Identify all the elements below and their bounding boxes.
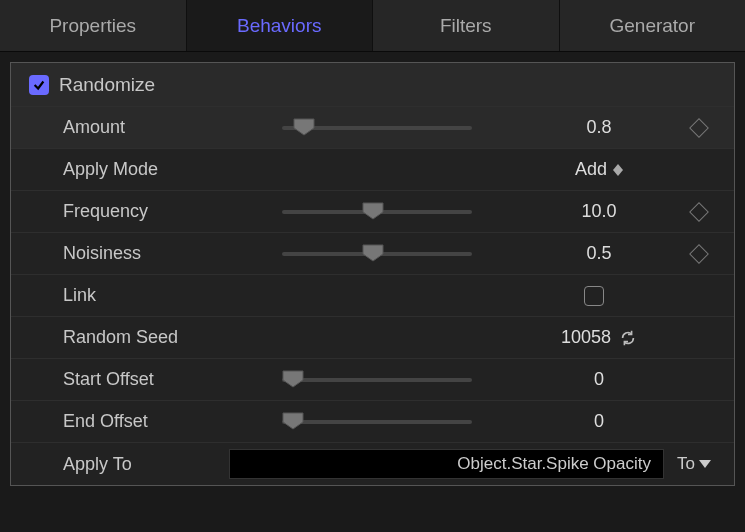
noisiness-slider[interactable] bbox=[282, 252, 472, 256]
start-offset-value[interactable]: 0 bbox=[524, 369, 674, 390]
end-offset-slider[interactable] bbox=[282, 420, 472, 424]
slider-thumb-icon[interactable] bbox=[362, 202, 384, 220]
regenerate-icon[interactable] bbox=[619, 329, 637, 347]
behavior-panel: Randomize Amount 0.8 Apply Mode Add Fr bbox=[10, 62, 735, 486]
apply-to-menu-button[interactable]: To bbox=[664, 454, 724, 474]
param-row-random-seed: Random Seed 10058 bbox=[11, 317, 734, 359]
tab-properties[interactable]: Properties bbox=[0, 0, 187, 51]
chevron-down-icon bbox=[699, 460, 711, 468]
param-row-end-offset: End Offset 0 bbox=[11, 401, 734, 443]
param-label: Amount bbox=[29, 117, 229, 138]
param-row-noisiness: Noisiness 0.5 bbox=[11, 233, 734, 275]
amount-slider[interactable] bbox=[282, 126, 472, 130]
slider-thumb-icon[interactable] bbox=[282, 370, 304, 388]
apply-mode-value: Add bbox=[575, 159, 607, 180]
param-label: Link bbox=[29, 285, 229, 306]
tab-filters[interactable]: Filters bbox=[373, 0, 560, 51]
slider-thumb-icon[interactable] bbox=[293, 118, 315, 136]
stepper-arrows-icon bbox=[613, 164, 623, 176]
noisiness-value[interactable]: 0.5 bbox=[524, 243, 674, 264]
tab-behaviors[interactable]: Behaviors bbox=[187, 0, 374, 51]
param-row-apply-mode: Apply Mode Add bbox=[11, 149, 734, 191]
link-checkbox[interactable] bbox=[584, 286, 604, 306]
svg-marker-2 bbox=[699, 460, 711, 468]
svg-marker-1 bbox=[613, 170, 623, 176]
end-offset-value[interactable]: 0 bbox=[524, 411, 674, 432]
start-offset-slider[interactable] bbox=[282, 378, 472, 382]
random-seed-value[interactable]: 10058 bbox=[524, 327, 674, 348]
apply-to-button-label: To bbox=[677, 454, 695, 474]
frequency-value[interactable]: 10.0 bbox=[524, 201, 674, 222]
param-label: Noisiness bbox=[29, 243, 229, 264]
param-row-frequency: Frequency 10.0 bbox=[11, 191, 734, 233]
random-seed-number: 10058 bbox=[561, 327, 611, 348]
param-label: Frequency bbox=[29, 201, 229, 222]
param-row-apply-to: Apply To Object.Star.Spike Opacity To bbox=[11, 443, 734, 485]
keyframe-icon[interactable] bbox=[689, 118, 709, 138]
tab-generator[interactable]: Generator bbox=[560, 0, 746, 51]
param-label: Apply Mode bbox=[29, 159, 229, 180]
param-label: End Offset bbox=[29, 411, 229, 432]
frequency-slider[interactable] bbox=[282, 210, 472, 214]
behavior-header-row: Randomize bbox=[11, 63, 734, 107]
inspector-tabs: Properties Behaviors Filters Generator bbox=[0, 0, 745, 52]
param-row-amount: Amount 0.8 bbox=[11, 107, 734, 149]
keyframe-icon[interactable] bbox=[689, 202, 709, 222]
apply-to-field[interactable]: Object.Star.Spike Opacity bbox=[229, 449, 664, 479]
behavior-enable-checkbox[interactable] bbox=[29, 75, 49, 95]
behavior-title: Randomize bbox=[59, 74, 259, 96]
slider-thumb-icon[interactable] bbox=[282, 412, 304, 430]
slider-thumb-icon[interactable] bbox=[362, 244, 384, 262]
param-row-link: Link bbox=[11, 275, 734, 317]
param-label: Start Offset bbox=[29, 369, 229, 390]
amount-value[interactable]: 0.8 bbox=[524, 117, 674, 138]
apply-mode-dropdown[interactable]: Add bbox=[524, 159, 674, 180]
param-label: Random Seed bbox=[29, 327, 229, 348]
apply-to-value: Object.Star.Spike Opacity bbox=[457, 454, 651, 474]
keyframe-icon[interactable] bbox=[689, 244, 709, 264]
param-row-start-offset: Start Offset 0 bbox=[11, 359, 734, 401]
param-label: Apply To bbox=[29, 454, 229, 475]
